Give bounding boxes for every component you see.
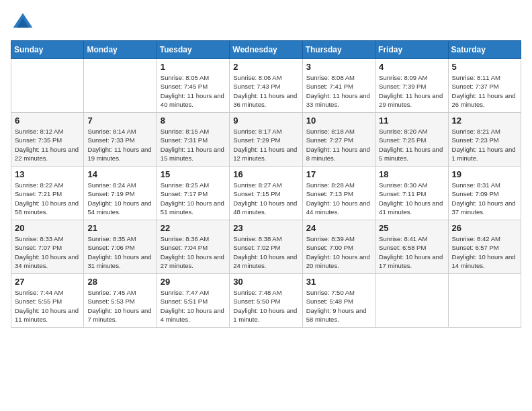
calendar-cell: 1Sunrise: 8:05 AM Sunset: 7:45 PM Daylig… xyxy=(157,59,229,113)
day-number: 26 xyxy=(452,223,517,233)
logo xyxy=(11,11,38,35)
calendar-cell: 3Sunrise: 8:08 AM Sunset: 7:41 PM Daylig… xyxy=(302,59,375,113)
day-number: 14 xyxy=(87,169,152,179)
calendar-cell: 22Sunrise: 8:36 AM Sunset: 7:04 PM Dayli… xyxy=(157,220,229,274)
calendar-cell: 15Sunrise: 8:25 AM Sunset: 7:17 PM Dayli… xyxy=(157,167,229,220)
calendar-week-row: 27Sunrise: 7:44 AM Sunset: 5:55 PM Dayli… xyxy=(11,274,521,328)
calendar-cell: 18Sunrise: 8:30 AM Sunset: 7:11 PM Dayli… xyxy=(375,167,448,220)
day-number: 8 xyxy=(161,116,226,126)
calendar-cell: 17Sunrise: 8:28 AM Sunset: 7:13 PM Dayli… xyxy=(302,167,375,220)
day-number: 11 xyxy=(379,116,444,126)
day-info: Sunrise: 8:24 AM Sunset: 7:19 PM Dayligh… xyxy=(87,181,152,216)
day-info: Sunrise: 8:21 AM Sunset: 7:23 PM Dayligh… xyxy=(452,127,517,163)
calendar-cell: 5Sunrise: 8:11 AM Sunset: 7:37 PM Daylig… xyxy=(448,59,521,113)
calendar-cell: 16Sunrise: 8:27 AM Sunset: 7:15 PM Dayli… xyxy=(230,167,302,220)
day-info: Sunrise: 8:20 AM Sunset: 7:25 PM Dayligh… xyxy=(379,127,444,163)
day-info: Sunrise: 8:27 AM Sunset: 7:15 PM Dayligh… xyxy=(233,181,298,216)
calendar-cell: 23Sunrise: 8:38 AM Sunset: 7:02 PM Dayli… xyxy=(230,220,302,274)
day-header-sunday: Sunday xyxy=(11,41,84,59)
calendar-cell: 2Sunrise: 8:06 AM Sunset: 7:43 PM Daylig… xyxy=(230,59,302,113)
day-number: 27 xyxy=(15,277,80,287)
day-info: Sunrise: 8:28 AM Sunset: 7:13 PM Dayligh… xyxy=(306,181,371,216)
calendar-cell: 29Sunrise: 7:47 AM Sunset: 5:51 PM Dayli… xyxy=(157,274,229,328)
day-info: Sunrise: 8:09 AM Sunset: 7:39 PM Dayligh… xyxy=(379,73,444,109)
day-info: Sunrise: 8:35 AM Sunset: 7:06 PM Dayligh… xyxy=(87,234,152,270)
day-number: 20 xyxy=(15,223,80,233)
calendar-cell: 9Sunrise: 8:17 AM Sunset: 7:29 PM Daylig… xyxy=(230,113,302,167)
calendar-cell: 6Sunrise: 8:12 AM Sunset: 7:35 PM Daylig… xyxy=(11,113,84,167)
day-number: 23 xyxy=(233,223,298,233)
day-number: 22 xyxy=(161,223,226,233)
day-info: Sunrise: 7:50 AM Sunset: 5:48 PM Dayligh… xyxy=(306,288,371,324)
day-header-friday: Friday xyxy=(375,41,448,59)
day-info: Sunrise: 8:31 AM Sunset: 7:09 PM Dayligh… xyxy=(452,181,517,216)
day-number: 7 xyxy=(87,116,152,126)
day-number: 3 xyxy=(306,62,371,72)
calendar-cell: 11Sunrise: 8:20 AM Sunset: 7:25 PM Dayli… xyxy=(375,113,448,167)
day-info: Sunrise: 8:42 AM Sunset: 6:57 PM Dayligh… xyxy=(452,234,517,270)
day-info: Sunrise: 8:05 AM Sunset: 7:45 PM Dayligh… xyxy=(161,73,226,109)
logo-icon xyxy=(11,11,35,35)
calendar-cell: 28Sunrise: 7:45 AM Sunset: 5:53 PM Dayli… xyxy=(84,274,157,328)
day-number: 10 xyxy=(306,116,371,126)
calendar-cell: 31Sunrise: 7:50 AM Sunset: 5:48 PM Dayli… xyxy=(302,274,375,328)
day-number: 6 xyxy=(15,116,80,126)
calendar-cell: 12Sunrise: 8:21 AM Sunset: 7:23 PM Dayli… xyxy=(448,113,521,167)
day-info: Sunrise: 8:15 AM Sunset: 7:31 PM Dayligh… xyxy=(161,127,226,163)
day-header-wednesday: Wednesday xyxy=(230,41,302,59)
calendar-cell: 21Sunrise: 8:35 AM Sunset: 7:06 PM Dayli… xyxy=(84,220,157,274)
day-number: 28 xyxy=(87,277,152,287)
day-info: Sunrise: 7:44 AM Sunset: 5:55 PM Dayligh… xyxy=(15,288,80,324)
day-number: 29 xyxy=(161,277,226,287)
day-info: Sunrise: 7:48 AM Sunset: 5:50 PM Dayligh… xyxy=(233,288,298,324)
page-header xyxy=(11,11,521,35)
day-number: 25 xyxy=(379,223,444,233)
day-number: 30 xyxy=(233,277,298,287)
day-info: Sunrise: 8:22 AM Sunset: 7:21 PM Dayligh… xyxy=(15,181,80,216)
calendar-cell: 24Sunrise: 8:39 AM Sunset: 7:00 PM Dayli… xyxy=(302,220,375,274)
day-info: Sunrise: 8:17 AM Sunset: 7:29 PM Dayligh… xyxy=(233,127,298,163)
day-number: 24 xyxy=(306,223,371,233)
day-info: Sunrise: 7:45 AM Sunset: 5:53 PM Dayligh… xyxy=(87,288,152,324)
calendar-cell: 19Sunrise: 8:31 AM Sunset: 7:09 PM Dayli… xyxy=(448,167,521,220)
day-number: 31 xyxy=(306,277,371,287)
day-header-monday: Monday xyxy=(84,41,157,59)
calendar-week-row: 1Sunrise: 8:05 AM Sunset: 7:45 PM Daylig… xyxy=(11,59,521,113)
day-info: Sunrise: 8:12 AM Sunset: 7:35 PM Dayligh… xyxy=(15,127,80,163)
calendar-body: 1Sunrise: 8:05 AM Sunset: 7:45 PM Daylig… xyxy=(11,59,521,328)
day-info: Sunrise: 8:06 AM Sunset: 7:43 PM Dayligh… xyxy=(233,73,298,109)
calendar-cell: 7Sunrise: 8:14 AM Sunset: 7:33 PM Daylig… xyxy=(84,113,157,167)
calendar-week-row: 6Sunrise: 8:12 AM Sunset: 7:35 PM Daylig… xyxy=(11,113,521,167)
day-header-thursday: Thursday xyxy=(302,41,375,59)
calendar-table: SundayMondayTuesdayWednesdayThursdayFrid… xyxy=(11,40,521,328)
calendar-cell: 13Sunrise: 8:22 AM Sunset: 7:21 PM Dayli… xyxy=(11,167,84,220)
calendar-cell: 27Sunrise: 7:44 AM Sunset: 5:55 PM Dayli… xyxy=(11,274,84,328)
calendar-cell xyxy=(448,274,521,328)
day-info: Sunrise: 8:30 AM Sunset: 7:11 PM Dayligh… xyxy=(379,181,444,216)
calendar-cell: 26Sunrise: 8:42 AM Sunset: 6:57 PM Dayli… xyxy=(448,220,521,274)
calendar-cell: 25Sunrise: 8:41 AM Sunset: 6:58 PM Dayli… xyxy=(375,220,448,274)
calendar-cell: 4Sunrise: 8:09 AM Sunset: 7:39 PM Daylig… xyxy=(375,59,448,113)
day-info: Sunrise: 7:47 AM Sunset: 5:51 PM Dayligh… xyxy=(161,288,226,324)
day-info: Sunrise: 8:36 AM Sunset: 7:04 PM Dayligh… xyxy=(161,234,226,270)
calendar-cell xyxy=(11,59,84,113)
day-info: Sunrise: 8:08 AM Sunset: 7:41 PM Dayligh… xyxy=(306,73,371,109)
day-number: 13 xyxy=(15,169,80,179)
day-number: 2 xyxy=(233,62,298,72)
day-number: 19 xyxy=(452,169,517,179)
day-info: Sunrise: 8:39 AM Sunset: 7:00 PM Dayligh… xyxy=(306,234,371,270)
calendar-cell xyxy=(375,274,448,328)
day-info: Sunrise: 8:11 AM Sunset: 7:37 PM Dayligh… xyxy=(452,73,517,109)
calendar-cell: 30Sunrise: 7:48 AM Sunset: 5:50 PM Dayli… xyxy=(230,274,302,328)
day-info: Sunrise: 8:38 AM Sunset: 7:02 PM Dayligh… xyxy=(233,234,298,270)
day-header-tuesday: Tuesday xyxy=(157,41,229,59)
calendar-header-row: SundayMondayTuesdayWednesdayThursdayFrid… xyxy=(11,41,521,59)
day-number: 5 xyxy=(452,62,517,72)
day-number: 17 xyxy=(306,169,371,179)
day-info: Sunrise: 8:14 AM Sunset: 7:33 PM Dayligh… xyxy=(87,127,152,163)
day-number: 9 xyxy=(233,116,298,126)
day-header-saturday: Saturday xyxy=(448,41,521,59)
day-number: 4 xyxy=(379,62,444,72)
calendar-week-row: 20Sunrise: 8:33 AM Sunset: 7:07 PM Dayli… xyxy=(11,220,521,274)
day-info: Sunrise: 8:33 AM Sunset: 7:07 PM Dayligh… xyxy=(15,234,80,270)
